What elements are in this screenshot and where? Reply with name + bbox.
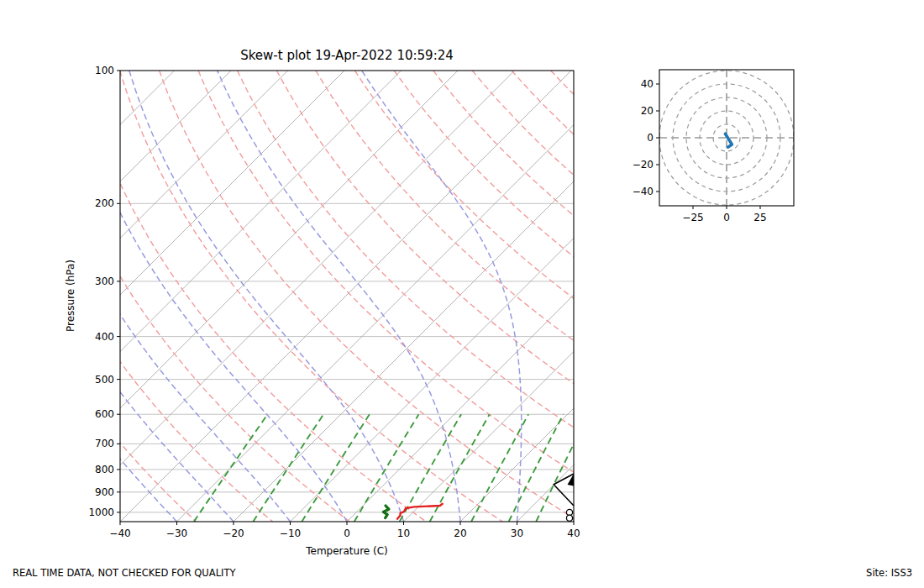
isotherm bbox=[0, 71, 118, 522]
hodograph-inset: −25025−40−2002040 bbox=[633, 70, 794, 223]
x-tick-label: −20 bbox=[223, 528, 244, 539]
mixing-ratio-line bbox=[253, 414, 323, 522]
sounding-traces bbox=[383, 504, 442, 519]
isotherm bbox=[0, 71, 231, 522]
y-tick-label: 700 bbox=[95, 438, 114, 449]
moist-adiabat bbox=[0, 71, 120, 522]
x-tick-label: 40 bbox=[567, 528, 580, 539]
dry-adiabat bbox=[354, 71, 924, 522]
dry-adiabat bbox=[120, 71, 503, 522]
calm-wind-circle bbox=[566, 515, 572, 521]
y-tick-label: 300 bbox=[95, 276, 114, 287]
plot-title: Skew-t plot 19-Apr-2022 10:59:24 bbox=[240, 48, 454, 63]
dry-adiabat bbox=[316, 71, 886, 522]
mixing-ratio-line bbox=[536, 414, 589, 522]
footer-disclaimer: REAL TIME DATA, NOT CHECKED FOR QUALITY bbox=[13, 567, 236, 579]
hodograph-y-tick-label: 20 bbox=[641, 105, 654, 117]
dewpoint-trace bbox=[383, 506, 389, 518]
hodograph-y-tick-label: 40 bbox=[641, 78, 654, 90]
y-tick-label: 900 bbox=[95, 486, 114, 498]
hodograph-y-tick-label: 0 bbox=[647, 132, 654, 144]
mixing-ratio-line bbox=[509, 414, 564, 522]
hodograph-x-tick-label: 0 bbox=[723, 212, 730, 223]
y-tick-label: 200 bbox=[95, 197, 114, 209]
dry-adiabat bbox=[198, 71, 656, 522]
y-tick-label: 1000 bbox=[88, 507, 114, 518]
wind-barbs bbox=[554, 474, 574, 521]
x-tick-label: 0 bbox=[344, 528, 350, 539]
dry-adiabat bbox=[238, 71, 733, 522]
x-tick-label: 20 bbox=[454, 528, 466, 539]
y-tick-label: 600 bbox=[95, 408, 114, 420]
isotherm bbox=[0, 71, 402, 522]
x-tick-label: −30 bbox=[166, 528, 187, 539]
x-tick-label: 30 bbox=[511, 528, 523, 539]
dry-adiabat bbox=[0, 71, 197, 522]
footer-site: Site: ISS3 bbox=[866, 567, 912, 579]
isotherm bbox=[177, 71, 628, 522]
dry-adiabat bbox=[42, 71, 350, 522]
moist-adiabat bbox=[218, 71, 460, 522]
y-tick-label: 500 bbox=[95, 374, 114, 386]
x-tick-label: 10 bbox=[397, 528, 410, 539]
moist-adiabat bbox=[362, 71, 522, 522]
isotherm bbox=[0, 71, 344, 522]
hodograph-y-tick-label: −20 bbox=[633, 159, 654, 171]
x-tick-label: −10 bbox=[280, 528, 301, 539]
moist-adiabat bbox=[0, 71, 177, 522]
hodograph-x-tick-label: −25 bbox=[682, 212, 703, 223]
isotherm bbox=[404, 71, 855, 522]
skewt-figure: 1002003004005006007008009001000−40−30−20… bbox=[0, 0, 924, 588]
mixing-ratio-line bbox=[302, 414, 370, 522]
hodograph-x-tick-label: 25 bbox=[753, 212, 766, 223]
calm-wind-circle bbox=[566, 509, 572, 515]
isotherm bbox=[0, 71, 175, 522]
hodograph-y-tick-label: −40 bbox=[633, 186, 654, 197]
figure-canvas: 1002003004005006007008009001000−40−30−20… bbox=[0, 0, 924, 588]
isotherm bbox=[64, 71, 515, 522]
y-tick-label: 400 bbox=[95, 331, 114, 343]
moist-adiabat bbox=[574, 71, 623, 522]
dry-adiabat-lines bbox=[0, 71, 924, 522]
x-tick-label: −40 bbox=[109, 528, 130, 539]
y-tick-label: 100 bbox=[95, 65, 114, 76]
x-axis-label: Temperature (C) bbox=[305, 545, 388, 557]
dry-adiabat bbox=[160, 71, 580, 522]
isotherm bbox=[234, 71, 685, 522]
isotherm-lines bbox=[0, 71, 924, 522]
y-tick-label: 800 bbox=[95, 464, 114, 475]
y-axis-label: Pressure (hPa) bbox=[65, 260, 76, 332]
moist-adiabat bbox=[70, 71, 347, 522]
